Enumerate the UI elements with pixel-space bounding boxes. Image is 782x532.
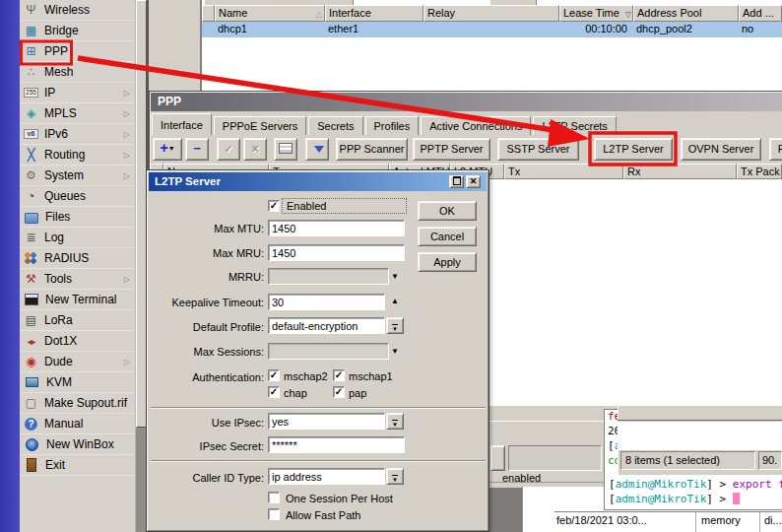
close-icon: ✕ <box>470 176 478 186</box>
ppp-scanner-button[interactable]: PPP Scanner <box>336 138 408 161</box>
dropdown-arrow-icon[interactable]: ▼ <box>391 347 403 356</box>
sidebar-item-ip[interactable]: IP▷ <box>20 83 135 103</box>
terminal-input-line[interactable]: [admin@MikroTik] > <box>609 493 740 505</box>
sidebar-item-ipv6[interactable]: IPv6▷ <box>20 124 135 145</box>
max-mru-input[interactable]: 1450 <box>268 244 405 261</box>
comment-button[interactable] <box>274 138 297 161</box>
sidebar-item-new-terminal[interactable]: New Terminal <box>20 290 135 310</box>
enabled-checkbox[interactable]: ✓ <box>268 200 280 212</box>
mschap1-checkbox[interactable]: ✓ <box>333 369 345 381</box>
ok-button[interactable]: OK <box>418 201 477 221</box>
pap-checkbox[interactable]: ✓ <box>333 386 345 398</box>
terminal-user: admin@MikroTik <box>616 493 707 505</box>
sidebar-item-log[interactable]: Log <box>20 228 135 248</box>
default-profile-select[interactable]: default-encryption <box>268 317 385 334</box>
apply-button[interactable]: Apply <box>418 252 477 272</box>
dropdown-arrow-icon[interactable]: ▼ <box>391 272 403 281</box>
sidebar-item-label: Bridge <box>44 24 79 37</box>
sidebar-item-ppp[interactable]: PPP <box>20 41 135 62</box>
sidebar-item-label: Wireless <box>44 3 90 17</box>
mschap2-checkbox[interactable]: ✓ <box>268 369 280 381</box>
sidebar-item-kvm[interactable]: KVM <box>20 372 135 393</box>
enabled-label-focus[interactable]: Enabled <box>282 198 407 214</box>
sidebar-item-radius[interactable]: RADIUS <box>20 248 135 269</box>
combo-dropdown-button[interactable]: ▼ <box>386 468 404 485</box>
l2tp-server-button[interactable]: L2TP Server <box>594 138 673 161</box>
tab-interface[interactable]: Interface <box>152 113 212 135</box>
caller-id-type-label: Caller ID Type: <box>148 472 264 484</box>
ppp-tab-bar: Interface PPPoE Servers Secrets Profiles… <box>152 113 782 135</box>
sidebar-item-label: Routing <box>44 148 85 162</box>
background-panel <box>488 421 607 442</box>
column-header-tx[interactable]: Tx <box>504 164 623 179</box>
background-field <box>508 445 602 471</box>
column-header-rx[interactable]: Rx <box>623 164 737 179</box>
column-header-address-pool[interactable]: Address Pool <box>633 5 739 22</box>
add-button[interactable]: +▼ <box>153 138 182 161</box>
button-label: PP <box>778 143 782 155</box>
dhcp-table-row-selected[interactable]: dhcp1 ether1 00:10:00 dhcp_pool2 no <box>202 22 782 37</box>
column-header-interface[interactable]: Interface <box>325 5 424 22</box>
allow-fast-path-checkbox[interactable] <box>268 508 280 520</box>
sstp-server-button[interactable]: SSTP Server <box>497 138 579 161</box>
sidebar-item-tools[interactable]: Tools▷ <box>20 269 135 290</box>
terminal-cursor <box>733 493 740 504</box>
one-session-per-host-checkbox[interactable] <box>268 492 280 503</box>
sidebar-item-wireless[interactable]: Wireless <box>20 0 135 21</box>
clipped-button[interactable]: PP <box>769 138 782 161</box>
column-label: Address Pool <box>637 7 701 19</box>
sidebar-item-manual[interactable]: Manual <box>20 414 135 434</box>
column-header-lease-time[interactable]: Lease Time▽ <box>559 5 633 22</box>
sidebar-item-system[interactable]: System▷ <box>20 166 135 186</box>
ovpn-server-button[interactable]: OVPN Server <box>681 138 761 161</box>
ipsec-secret-input[interactable]: ****** <box>268 436 405 453</box>
mschap1-label: mschap1 <box>349 370 393 382</box>
mrru-input[interactable] <box>268 268 389 285</box>
max-sessions-input[interactable] <box>268 343 389 360</box>
sidebar-item-queues[interactable]: Queues <box>20 186 135 207</box>
tab-l2tp-secrets[interactable]: L2TP Secrets <box>533 116 616 135</box>
tab-profiles[interactable]: Profiles <box>365 116 420 135</box>
close-button[interactable]: ✕ <box>466 175 481 188</box>
sidebar-item-mpls[interactable]: MPLS▷ <box>20 103 135 124</box>
combo-dropdown-button[interactable]: ▼ <box>386 317 404 334</box>
remove-button[interactable]: − <box>185 138 209 161</box>
submenu-arrow-icon: ▷ <box>124 275 130 284</box>
dialog-titlebar[interactable]: L2TP Server <box>149 172 487 191</box>
cancel-button[interactable]: Cancel <box>418 227 477 246</box>
tab-pppoe-servers[interactable]: PPPoE Servers <box>214 116 306 135</box>
tab-active-connections[interactable]: Active Connections <box>421 116 531 135</box>
sidebar-item-bridge[interactable]: Bridge <box>20 21 135 41</box>
sidebar-item-dot1x[interactable]: Dot1X <box>20 331 135 352</box>
sidebar-item-dude[interactable]: Dude▷ <box>20 352 135 372</box>
column-header-name[interactable]: Name△ <box>215 5 325 22</box>
combo-dropdown-button[interactable]: ▼ <box>386 413 404 430</box>
sidebar-item-exit[interactable]: Exit <box>20 455 135 476</box>
caller-id-type-select[interactable]: ip address <box>268 468 385 485</box>
sidebar-item-lora[interactable]: LoRa <box>20 310 135 331</box>
column-header-relay[interactable]: Relay <box>424 5 559 22</box>
status-value: 90. <box>762 454 777 466</box>
chap-checkbox[interactable]: ✓ <box>268 386 280 398</box>
sidebar-item-new-winbox[interactable]: New WinBox <box>20 434 135 455</box>
filter-button[interactable] <box>305 138 329 161</box>
maximize-icon <box>453 176 461 185</box>
sidebar-item-files[interactable]: Files <box>20 207 135 228</box>
enable-button-disabled: ✓ <box>217 138 240 161</box>
max-mtu-input[interactable]: 1450 <box>268 220 405 236</box>
cross-icon: ✕ <box>250 143 259 155</box>
sidebar-item-make-supout[interactable]: Make Supout.rif <box>20 393 135 414</box>
spin-up-icon[interactable]: ▲ <box>391 297 403 305</box>
pptp-server-button[interactable]: PPTP Server <box>413 138 490 161</box>
sidebar-item-mesh[interactable]: Mesh <box>20 62 135 83</box>
tab-secrets[interactable]: Secrets <box>308 116 362 135</box>
keepalive-timeout-label: Keepalive Timeout: <box>148 297 264 308</box>
ppp-window-titlebar[interactable]: PPP <box>151 93 782 111</box>
use-ipsec-select[interactable]: yes <box>268 413 385 430</box>
sidebar-item-routing[interactable]: Routing▷ <box>20 145 135 166</box>
maximize-button[interactable] <box>449 175 464 188</box>
keepalive-timeout-input[interactable]: 30 <box>268 294 385 310</box>
column-header-add[interactable]: Add ... <box>739 5 782 22</box>
column-header-tx-packets[interactable]: Tx Pack <box>737 164 782 179</box>
column-label: Relay <box>427 7 455 19</box>
